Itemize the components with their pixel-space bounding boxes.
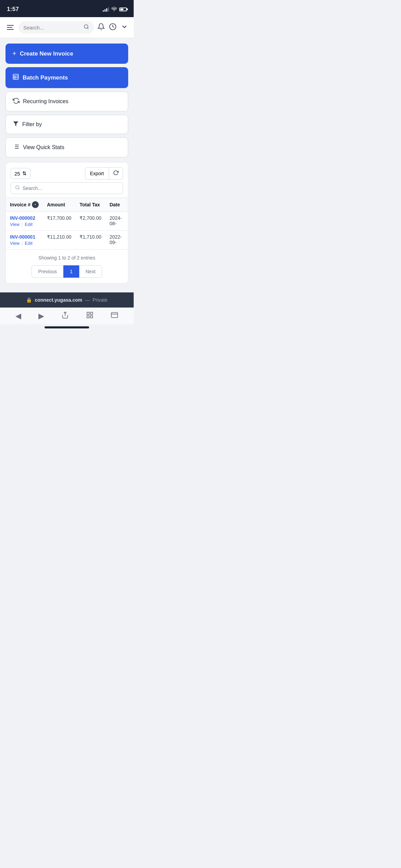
col-date: Date [106,198,128,212]
bottom-bar: ◀ ▶ [0,308,134,324]
filter-by-label: Filter by [22,121,42,128]
table-row: INV-000001 View | Edit ₹11,210.00 ₹1,710… [6,231,128,250]
header [0,17,134,38]
svg-point-13 [16,186,19,189]
sort-icon[interactable] [32,201,39,208]
create-invoice-label: Create New Invoice [20,50,73,57]
showing-text: Showing 1 to 2 of 2 entries [38,255,95,261]
batch-payments-button[interactable]: Batch Payments [5,67,128,88]
search-input[interactable] [23,25,81,31]
table-search-icon [15,185,20,191]
home-indicator [45,326,89,328]
col-invoice: Invoice # [6,198,43,212]
status-icons [103,7,127,12]
invoice-id-1[interactable]: INV-000001 [10,234,39,240]
svg-rect-16 [90,312,93,314]
previous-button[interactable]: Previous [32,265,63,278]
menu-icon[interactable] [5,24,15,31]
clock-icon[interactable] [109,23,117,32]
row-actions-1: View | Edit [10,241,39,246]
invoice-cell-0: INV-000002 View | Edit [6,212,43,231]
amount-cell-1: ₹11,210.00 [43,231,75,250]
footer-separator: — [85,297,90,303]
tax-cell-1: ₹1,710.00 [75,231,106,250]
stats-icon [13,143,20,152]
signal-icon [103,7,109,12]
view-quick-stats-label: View Quick Stats [23,144,64,150]
pagination: Previous 1 Next [32,265,102,278]
invoice-table-section: 25 ⇅ Export [5,162,128,284]
table-actions: Export [85,167,123,180]
rows-per-page-select[interactable]: 25 ⇅ [11,168,31,179]
svg-point-0 [84,25,88,28]
invoice-cell-1: INV-000001 View | Edit [6,231,43,250]
invoice-table: Invoice # Amount Total Tax Date INV- [6,197,128,250]
export-button[interactable]: Export [85,167,109,180]
lock-icon: 🔒 [26,297,32,303]
filter-by-button[interactable]: Filter by [5,115,128,134]
plus-icon: + [12,50,16,58]
batch-icon [12,73,19,82]
recurring-icon [13,97,20,106]
footer-privacy: Private [93,297,108,303]
col-amount: Amount [43,198,75,212]
invoice-id-0[interactable]: INV-000002 [10,215,39,221]
footer-url: connect.yugasa.com [35,297,82,303]
rows-per-page-arrows: ⇅ [22,170,27,177]
header-actions [97,23,128,32]
search-bar[interactable] [19,21,94,34]
search-icon [84,24,89,31]
back-icon[interactable]: ◀ [15,312,21,321]
table-controls: 25 ⇅ Export [6,162,128,182]
status-time: 1:57 [7,6,19,13]
svg-rect-17 [87,316,89,318]
create-invoice-button[interactable]: + Create New Invoice [5,44,128,64]
footer: 🔒 connect.yugasa.com — Private [0,292,134,308]
tax-cell-0: ₹2,700.00 [75,212,106,231]
view-link-0[interactable]: View [10,222,20,227]
amount-cell-0: ₹17,700.00 [43,212,75,231]
date-cell-0: 2024-08- [106,212,128,231]
date-cell-1: 2022-09- [106,231,128,250]
svg-rect-18 [90,316,93,318]
table-row: INV-000002 View | Edit ₹17,700.00 ₹2,700… [6,212,128,231]
svg-rect-2 [13,74,19,80]
recurring-invoices-label: Recurring Invoices [23,98,69,105]
chevron-down-icon[interactable] [121,23,128,32]
view-link-1[interactable]: View [10,241,20,246]
recurring-invoices-button[interactable]: Recurring Invoices [5,92,128,111]
edit-link-0[interactable]: Edit [25,222,32,227]
svg-marker-6 [13,121,19,126]
view-quick-stats-button[interactable]: View Quick Stats [5,137,128,157]
tabs-icon[interactable] [86,311,94,321]
row-actions-0: View | Edit [10,222,39,227]
main-content: + Create New Invoice Batch Payments Recu… [0,38,134,289]
browser-icon[interactable] [111,311,118,321]
filter-icon [13,121,19,128]
svg-rect-19 [111,313,118,318]
table-search-input[interactable] [23,185,119,191]
batch-payments-label: Batch Payments [23,74,68,81]
page-1-button[interactable]: 1 [63,265,79,278]
forward-icon[interactable]: ▶ [38,312,44,321]
edit-link-1[interactable]: Edit [25,241,32,246]
wifi-icon [111,7,117,12]
refresh-button[interactable] [109,167,123,180]
status-bar: 1:57 [0,0,134,17]
share-icon[interactable] [61,311,69,321]
next-button[interactable]: Next [79,265,102,278]
pagination-section: Showing 1 to 2 of 2 entries Previous 1 N… [6,250,128,283]
col-tax: Total Tax [75,198,106,212]
svg-rect-15 [87,312,89,314]
battery-icon [119,8,127,11]
table-search-bar[interactable] [11,182,123,194]
rows-per-page-value: 25 [14,171,20,177]
bell-icon[interactable] [97,23,105,32]
